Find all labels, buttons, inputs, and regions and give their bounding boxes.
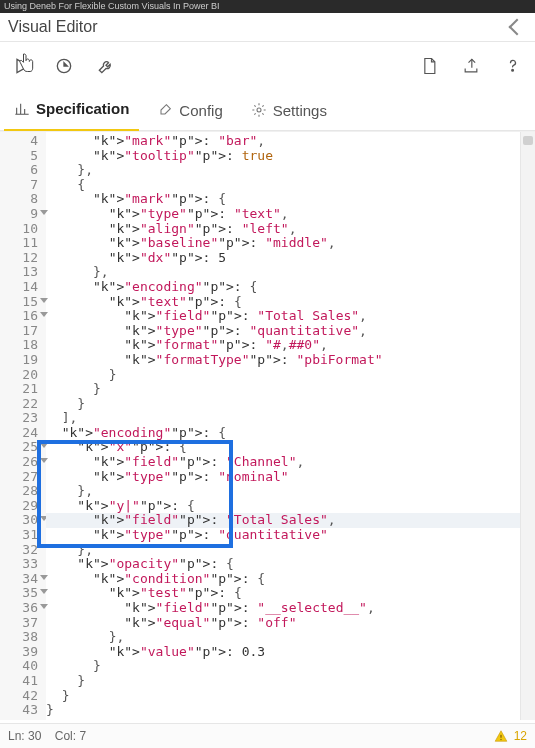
code-line[interactable]: "k">"text""p">: { bbox=[46, 295, 521, 310]
code-line[interactable]: } bbox=[46, 368, 521, 383]
code-line[interactable] bbox=[46, 718, 521, 720]
line-number: 16 bbox=[0, 309, 46, 324]
status-bar: Ln: 30 Col: 7 12 bbox=[0, 723, 535, 748]
svg-marker-2 bbox=[64, 63, 67, 66]
line-number: 18 bbox=[0, 338, 46, 353]
help-icon[interactable] bbox=[503, 56, 523, 76]
config-brush-icon bbox=[157, 102, 173, 118]
code-line[interactable]: "k">"type""p">: "quantitative" bbox=[46, 528, 521, 543]
code-line[interactable]: } bbox=[46, 674, 521, 689]
line-number: 13 bbox=[0, 265, 46, 280]
code-line[interactable]: "k">"field""p">: "Total Sales", bbox=[46, 513, 521, 528]
code-line[interactable]: "k">"mark""p">: "bar", bbox=[46, 134, 521, 149]
line-number: 26 bbox=[0, 455, 46, 470]
line-number: 25 bbox=[0, 440, 46, 455]
line-number: 14 bbox=[0, 280, 46, 295]
line-number: 37 bbox=[0, 616, 46, 631]
code-line[interactable]: }, bbox=[46, 265, 521, 280]
tab-specification[interactable]: Specification bbox=[4, 89, 139, 132]
line-number: 9 bbox=[0, 207, 46, 222]
line-number: 5 bbox=[0, 149, 46, 164]
line-number: 31 bbox=[0, 528, 46, 543]
toolbar bbox=[0, 42, 535, 90]
scrollbar-thumb[interactable] bbox=[523, 136, 533, 145]
line-number: 29 bbox=[0, 499, 46, 514]
line-number: 39 bbox=[0, 645, 46, 660]
line-number: 7 bbox=[0, 178, 46, 193]
code-line[interactable]: "k">"tooltip""p">: true bbox=[46, 149, 521, 164]
tab-label: Specification bbox=[36, 100, 129, 117]
tab-settings[interactable]: Settings bbox=[241, 90, 337, 130]
scrollbar-vertical[interactable] bbox=[520, 132, 535, 720]
gear-icon bbox=[251, 102, 267, 118]
code-editor[interactable]: 4567891011121314151617181920212223242526… bbox=[0, 131, 535, 720]
code-line[interactable]: } bbox=[46, 659, 521, 674]
code-line[interactable]: "k">"type""p">: "quantitative", bbox=[46, 324, 521, 339]
line-number: 36 bbox=[0, 601, 46, 616]
code-line[interactable]: "k">"type""p">: "text", bbox=[46, 207, 521, 222]
code-line[interactable]: "k">"type""p">: "nominal" bbox=[46, 470, 521, 485]
code-line[interactable]: "k">"field""p">: "Channel", bbox=[46, 455, 521, 470]
refresh-icon[interactable] bbox=[54, 56, 74, 76]
code-line[interactable]: ], bbox=[46, 411, 521, 426]
line-number: 8 bbox=[0, 192, 46, 207]
status-col: Col: 7 bbox=[55, 729, 86, 743]
line-number: 32 bbox=[0, 543, 46, 558]
code-line[interactable]: }, bbox=[46, 543, 521, 558]
code-line[interactable]: "k">"encoding""p">: { bbox=[46, 426, 521, 441]
code-line[interactable]: } bbox=[46, 397, 521, 412]
spec-chart-icon bbox=[14, 101, 30, 117]
code-line[interactable]: }, bbox=[46, 163, 521, 178]
code-line[interactable]: "k">"align""p">: "left", bbox=[46, 222, 521, 237]
code-line[interactable]: "k">"opacity""p">: { bbox=[46, 557, 521, 572]
line-number: 4 bbox=[0, 134, 46, 149]
status-warning-count: 12 bbox=[514, 729, 527, 743]
code-line[interactable]: "k">"x""p">: { bbox=[46, 440, 521, 455]
line-number: 6 bbox=[0, 163, 46, 178]
line-number: 43 bbox=[0, 703, 46, 718]
code-line[interactable]: "k">"condition""p">: { bbox=[46, 572, 521, 587]
line-number-gutter: 4567891011121314151617181920212223242526… bbox=[0, 132, 46, 720]
code-line[interactable]: "k">"y|""p">: { bbox=[46, 499, 521, 514]
code-line[interactable]: } bbox=[46, 382, 521, 397]
code-line[interactable]: "k">"mark""p">: { bbox=[46, 192, 521, 207]
code-line[interactable]: "k">"format""p">: "#,##0", bbox=[46, 338, 521, 353]
code-line[interactable]: "k">"dx""p">: 5 bbox=[46, 251, 521, 266]
window-title: Visual Editor bbox=[8, 18, 98, 36]
export-icon[interactable] bbox=[461, 56, 481, 76]
code-line[interactable]: }, bbox=[46, 630, 521, 645]
svg-rect-5 bbox=[500, 735, 501, 738]
line-number: 19 bbox=[0, 353, 46, 368]
line-number: 28 bbox=[0, 484, 46, 499]
code-line[interactable]: }, bbox=[46, 484, 521, 499]
code-line[interactable]: "k">"formatType""p">: "pbiFormat" bbox=[46, 353, 521, 368]
editor-tabs: Specification Config Settings bbox=[0, 90, 535, 131]
line-number: 20 bbox=[0, 368, 46, 383]
code-line[interactable]: "k">"encoding""p">: { bbox=[46, 280, 521, 295]
window-header: Visual Editor bbox=[0, 13, 535, 42]
line-number: 11 bbox=[0, 236, 46, 251]
line-number: 34 bbox=[0, 572, 46, 587]
run-icon[interactable] bbox=[12, 56, 32, 76]
code-line[interactable]: "k">"equal""p">: "off" bbox=[46, 616, 521, 631]
new-document-icon[interactable] bbox=[419, 56, 439, 76]
code-line[interactable]: "k">"value""p">: 0.3 bbox=[46, 645, 521, 660]
line-number: 30 bbox=[0, 513, 46, 528]
line-number: 23 bbox=[0, 411, 46, 426]
status-line: Ln: 30 bbox=[8, 729, 41, 743]
code-line[interactable]: "k">"baseline""p">: "middle", bbox=[46, 236, 521, 251]
code-line[interactable]: "k">"field""p">: "__selected__", bbox=[46, 601, 521, 616]
tab-config[interactable]: Config bbox=[147, 90, 232, 130]
tab-label: Settings bbox=[273, 102, 327, 119]
code-content[interactable]: "k">"mark""p">: "bar", "k">"tooltip""p">… bbox=[46, 132, 521, 720]
code-line[interactable]: "k">"test""p">: { bbox=[46, 586, 521, 601]
code-line[interactable]: } bbox=[46, 689, 521, 704]
svg-point-3 bbox=[512, 69, 514, 71]
repair-icon[interactable] bbox=[96, 56, 116, 76]
line-number: 21 bbox=[0, 382, 46, 397]
line-number: 33 bbox=[0, 557, 46, 572]
code-line[interactable]: } bbox=[46, 703, 521, 718]
code-line[interactable]: "k">"field""p">: "Total Sales", bbox=[46, 309, 521, 324]
collapse-chevron-icon[interactable] bbox=[509, 19, 526, 36]
code-line[interactable]: { bbox=[46, 178, 521, 193]
